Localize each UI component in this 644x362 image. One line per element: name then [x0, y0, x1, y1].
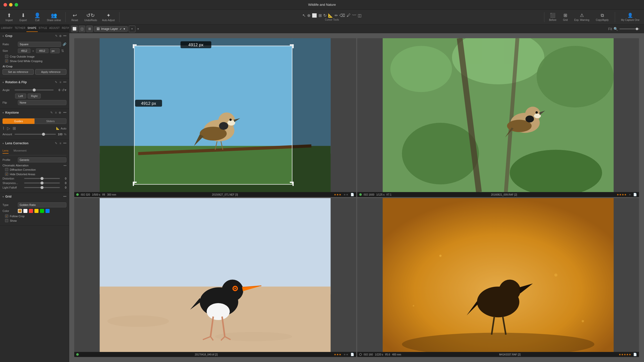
layer-dropdown[interactable]: 🖼 Image Layer ✓ ▾	[94, 26, 128, 32]
grid-more-icon[interactable]: •••	[63, 195, 66, 198]
keystone-edit-icon[interactable]: ✎	[50, 111, 53, 114]
cursor-pen-icon[interactable]: 🖊	[347, 13, 351, 18]
size-unit-select[interactable]: px	[50, 48, 60, 53]
tab-shape[interactable]: SHAPE	[26, 25, 37, 32]
import-button[interactable]: ⬆ Import	[3, 11, 16, 23]
photo-cell-4[interactable]: ISO 160 1/220 s f/5.6 400 mm M41K0337.RA…	[357, 198, 639, 357]
exp-warning-button[interactable]: ⚠ Exp. Warning	[572, 12, 591, 22]
keystone-sliders-tab[interactable]: Sliders	[34, 118, 66, 124]
hide-distorted-checkbox[interactable]: ✓	[5, 172, 8, 176]
auto-adjust-button[interactable]: ✦ Auto Adjust	[100, 11, 117, 23]
share-online-button[interactable]: 👥 Share online	[45, 11, 63, 23]
distortion-thumb[interactable]	[41, 177, 44, 180]
angle-slider[interactable]	[15, 89, 54, 90]
light-falloff-slider[interactable]	[24, 187, 60, 188]
reset-button[interactable]: ↩ Reset	[68, 11, 81, 23]
photo-cell-1[interactable]: 4912 px 4912 px ISO 320 1/500 s f/8 300 …	[74, 38, 356, 197]
before-button[interactable]: ⬛ Before	[547, 12, 558, 22]
lens-tab-lens[interactable]: Lens	[3, 149, 9, 154]
export-button[interactable]: ⬇ Export	[17, 11, 30, 23]
swatch-blue[interactable]	[46, 209, 50, 213]
distortion-slider[interactable]	[24, 178, 60, 179]
copy-apply-button[interactable]: ⧉ Copy/Apply	[594, 12, 611, 22]
lens-edit-icon[interactable]: ✎	[55, 142, 57, 145]
rotate-left-button[interactable]: Left	[15, 94, 26, 99]
show-grid-show-checkbox[interactable]	[5, 219, 8, 222]
rotation-more-icon[interactable]: •••	[63, 80, 66, 84]
show-grid-checkbox[interactable]: ✓	[5, 59, 8, 63]
grid-view-button[interactable]: ⊞ Grid	[561, 12, 570, 22]
lens-correction-header[interactable]: ▾ Lens Correction ✎ ≡ •••	[0, 140, 69, 147]
profile-select[interactable]: Generic	[18, 157, 66, 162]
keystone-grid-icon[interactable]: ⊞	[13, 126, 16, 131]
crop-more-icon[interactable]: •••	[63, 34, 66, 38]
cursor-rect-icon[interactable]: ⬜	[312, 13, 317, 18]
view-grid-icon[interactable]: ⊞	[86, 26, 93, 32]
tab-tether[interactable]: TETHER	[14, 25, 26, 32]
view-single-icon[interactable]: ⬜	[71, 26, 78, 32]
cursor-crosshair-icon[interactable]: ⊕	[307, 13, 310, 18]
keystone-perspective-icon[interactable]: ▷	[7, 126, 10, 131]
zoom-out-icon[interactable]: 🔍	[614, 27, 618, 31]
sharpness-slider[interactable]	[24, 183, 60, 184]
tab-refine[interactable]: REFINE	[61, 25, 69, 32]
lens-list-icon[interactable]: ≡	[59, 142, 61, 145]
amount-slider[interactable]	[15, 134, 56, 135]
cursor-eraser-icon[interactable]: ⌫	[339, 13, 345, 18]
cull-button[interactable]: 👤 Cull	[31, 11, 44, 23]
zoom-slider-thumb[interactable]	[636, 28, 638, 30]
crop-edit-icon[interactable]: ✎	[55, 34, 58, 38]
keystone-trapezoid-icon[interactable]: ⌇	[3, 126, 5, 131]
keystone-copy-icon[interactable]: ⊕	[59, 111, 61, 114]
crop-section-header[interactable]: ▾ Crop ✎ ⊕ •••	[0, 32, 69, 40]
size-width-input[interactable]	[18, 49, 30, 53]
fullscreen-button[interactable]	[15, 3, 18, 7]
keystone-header[interactable]: ▾ Keystone ✎ ≡ ⊕ •••	[0, 109, 69, 116]
photo-cell-2[interactable]: ISO 1600 1/125 s f/7.1 20160821_009.RAF …	[357, 38, 639, 197]
swatch-yellow[interactable]	[34, 209, 38, 213]
layer-more-icon[interactable]: ▾	[136, 27, 140, 31]
cursor-select-icon[interactable]: ↖	[302, 13, 306, 18]
grid-type-select[interactable]: Golden Ratio	[18, 202, 66, 207]
diffraction-checkbox[interactable]	[5, 168, 8, 171]
amount-slider-thumb[interactable]	[42, 133, 45, 136]
cursor-path-icon[interactable]: 〰	[352, 13, 356, 18]
my-capture-one-button[interactable]: 👤 My Capture One	[619, 12, 641, 22]
close-button[interactable]	[4, 3, 7, 7]
zoom-slider[interactable]	[619, 28, 639, 29]
crop-copy-icon[interactable]: ⊕	[59, 34, 62, 38]
photo1-stars[interactable]: ★★★	[334, 193, 341, 196]
flip-select[interactable]: None	[18, 100, 66, 105]
angle-reset-icon[interactable]: ↺▾	[62, 88, 66, 92]
cursor-crop-icon[interactable]: ⊞	[318, 13, 322, 18]
tab-style[interactable]: STYLE	[38, 25, 48, 32]
cursor-gradient-icon[interactable]: ◫	[358, 13, 361, 18]
rotation-edit-icon[interactable]: ✎	[55, 80, 57, 84]
sharpness-thumb[interactable]	[41, 182, 44, 185]
tab-adjust[interactable]: ADJUST	[48, 25, 61, 32]
swatch-green[interactable]	[40, 209, 44, 213]
follow-crop-checkbox[interactable]: ✓	[5, 214, 8, 218]
cursor-rotate-icon[interactable]: ↻	[323, 13, 327, 18]
keystone-more-icon[interactable]: •••	[63, 111, 66, 114]
photo3-stars[interactable]: ★★★	[334, 353, 341, 356]
swatch-orange[interactable]	[18, 209, 22, 213]
apply-reference-button[interactable]: Apply reference	[35, 69, 66, 75]
minimize-button[interactable]	[9, 3, 13, 7]
swatch-white[interactable]	[23, 209, 27, 213]
swatch-red[interactable]	[29, 209, 33, 213]
size-stepper[interactable]: ⇅	[61, 49, 64, 53]
set-as-reference-button[interactable]: Set as reference	[3, 69, 34, 75]
view-split-icon[interactable]: ◫	[79, 26, 85, 32]
rotate-right-button[interactable]: Right	[28, 94, 41, 99]
rotation-list-icon[interactable]: ≡	[59, 80, 61, 84]
size-height-input[interactable]	[36, 49, 49, 53]
light-falloff-thumb[interactable]	[41, 186, 44, 189]
cursor-measure-icon[interactable]: 📐	[328, 13, 333, 18]
add-layer-button[interactable]: +	[129, 26, 135, 32]
lens-tab-movement[interactable]: Movement	[14, 149, 26, 154]
ratio-select[interactable]: Square	[18, 42, 61, 47]
undo-redo-button[interactable]: ↺↻ Undo/Redo	[82, 11, 99, 23]
grid-section-header[interactable]: ▾ Grid •••	[0, 193, 69, 200]
tab-library[interactable]: LIBRARY	[0, 25, 14, 32]
